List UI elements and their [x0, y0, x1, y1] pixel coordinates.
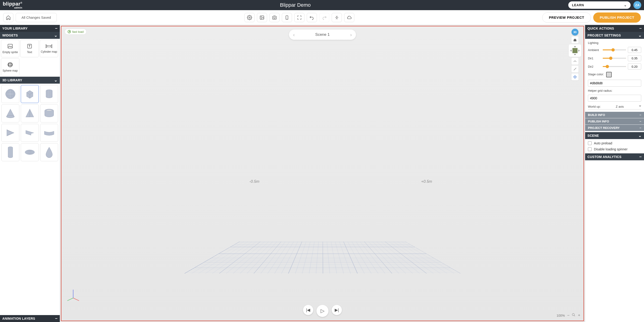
widgets-header[interactable]: WIDGETS ⌄	[0, 32, 60, 39]
widget-empty-sprite[interactable]: Empty sprite	[1, 40, 20, 57]
nav-cube[interactable]	[569, 44, 581, 57]
camera-icon	[272, 15, 277, 20]
home-button[interactable]	[3, 13, 14, 22]
publish-info-header[interactable]: PUBLISH INFO −	[585, 118, 644, 125]
next-scene-button[interactable]: ›	[350, 32, 352, 38]
cube-left[interactable]	[569, 50, 572, 52]
shape-can[interactable]	[2, 143, 20, 161]
logo: blippar® admin	[3, 2, 22, 9]
zoom-reset-button[interactable]	[572, 313, 576, 318]
learn-dropdown[interactable]: LEARN ⌄	[568, 2, 630, 9]
x-axis	[73, 298, 79, 301]
dir1-input[interactable]	[628, 55, 641, 61]
collapse-button[interactable]	[332, 13, 342, 22]
cube-right[interactable]	[578, 50, 581, 52]
fast-load-badge: fast load	[65, 29, 86, 35]
pen-icon	[573, 67, 577, 71]
zoom-out-button[interactable]: −	[567, 313, 570, 318]
custom-analytics-header[interactable]: CUSTOM ANALYTICS −	[585, 153, 644, 160]
shape-disc[interactable]	[21, 143, 39, 161]
ribbon-icon	[43, 128, 55, 137]
camera-button[interactable]	[269, 13, 280, 22]
svg-point-10	[6, 89, 15, 99]
minus-icon: −	[640, 113, 641, 117]
dir2-slider[interactable]	[603, 66, 626, 67]
ambient-label: Ambient	[588, 48, 601, 52]
logo-text: blippar	[3, 1, 20, 7]
minus-icon: −	[639, 155, 642, 159]
view-tools: 3D	[569, 29, 581, 80]
shape-pyramid[interactable]	[21, 104, 39, 122]
logo-subtext: admin	[14, 7, 22, 9]
device-button[interactable]	[282, 13, 292, 22]
your-library-header[interactable]: YOUR LIBRARY −	[0, 25, 60, 32]
triangle-down-icon	[639, 106, 641, 108]
animation-layers-header[interactable]: ANIMATION LAYERS −	[0, 315, 60, 322]
stage-color-swatch[interactable]	[606, 72, 612, 77]
skip-back-button[interactable]: |◀	[303, 305, 313, 315]
disable-spinner-checkbox[interactable]: Disable loading spinner	[588, 147, 641, 151]
home-icon	[6, 15, 11, 20]
play-button[interactable]: ▷	[316, 305, 328, 317]
cube-down[interactable]	[574, 54, 576, 56]
dir1-slider[interactable]	[603, 58, 626, 59]
cloud-button[interactable]	[344, 13, 354, 22]
fast-load-label: fast load	[72, 30, 84, 34]
shape-tube[interactable]	[40, 104, 58, 122]
quick-actions-header[interactable]: QUICK ACTIONS −	[585, 25, 644, 32]
shape-cone[interactable]	[2, 104, 20, 122]
home-view-button[interactable]	[572, 37, 578, 44]
stage-color-input[interactable]	[588, 80, 641, 87]
skip-forward-button[interactable]: ▶|	[332, 305, 342, 315]
shape-sphere[interactable]	[2, 85, 20, 103]
undo-button[interactable]	[307, 13, 317, 22]
shape-cylinder[interactable]	[40, 85, 58, 103]
3d-badge[interactable]: 3D	[572, 29, 578, 36]
right-panel: QUICK ACTIONS − PROJECT SETTINGS ⌄ Light…	[585, 25, 644, 322]
widget-text[interactable]: Text	[20, 40, 39, 57]
widget-sphere-map[interactable]: Sphere map	[1, 58, 20, 76]
shape-ribbon[interactable]	[40, 124, 58, 142]
fullscreen-button[interactable]	[294, 13, 304, 22]
pan-button[interactable]	[572, 66, 578, 73]
scene-header[interactable]: SCENE ⌄	[585, 132, 644, 139]
chevron-down-icon: ⌄	[54, 78, 58, 82]
cube-up[interactable]	[574, 45, 576, 47]
dir2-row: Dir2	[588, 64, 641, 70]
world-up-label: World up:	[588, 105, 600, 108]
redo-button[interactable]	[319, 13, 330, 22]
chevron-down-icon: ⌄	[54, 33, 58, 38]
build-info-header[interactable]: BUILD INFO −	[585, 112, 644, 118]
auto-preload-checkbox[interactable]: Auto preload	[588, 141, 641, 145]
zoom-in-button[interactable]: +	[578, 313, 580, 318]
widgets-label: WIDGETS	[2, 34, 18, 37]
orbit-icon	[573, 59, 577, 63]
image-button[interactable]	[257, 13, 267, 22]
shape-arrow[interactable]	[21, 124, 39, 142]
scene-navigator: ‹ Scene 1 ›	[289, 30, 356, 40]
3d-library-header[interactable]: 3D LIBRARY ⌄	[0, 77, 60, 84]
ambient-input[interactable]	[628, 47, 641, 53]
dir2-input[interactable]	[628, 64, 641, 70]
prev-scene-button[interactable]: ‹	[293, 32, 295, 38]
project-title: Blippar Demo	[280, 2, 311, 8]
grid-radius-input[interactable]	[588, 95, 641, 102]
project-settings-header[interactable]: PROJECT SETTINGS ⌄	[585, 32, 644, 39]
project-recovery-header[interactable]: PROJECT RECOVERY −	[585, 125, 644, 131]
shape-cube[interactable]	[21, 85, 39, 103]
shape-drop[interactable]	[40, 143, 58, 161]
publish-project-button[interactable]: PUBLISH PROJECT	[593, 13, 641, 23]
checkbox-icon	[588, 141, 592, 145]
world-up-select[interactable]: World up: Z axis	[588, 104, 641, 110]
shape-play[interactable]	[2, 124, 20, 142]
svg-point-24	[572, 313, 574, 315]
ambient-slider[interactable]	[603, 50, 626, 50]
preview-project-button[interactable]: PREVIEW PROJECT	[542, 13, 591, 23]
settings-button[interactable]	[244, 13, 254, 22]
canvas-area[interactable]: fast load ‹ Scene 1 › 3D	[60, 25, 585, 322]
user-avatar[interactable]: ZA	[634, 1, 641, 9]
checkbox-icon	[588, 147, 592, 151]
widget-cylinder-map[interactable]: Cylinder map	[40, 40, 58, 57]
move-button[interactable]	[572, 74, 578, 80]
orbit-button[interactable]	[572, 58, 578, 65]
